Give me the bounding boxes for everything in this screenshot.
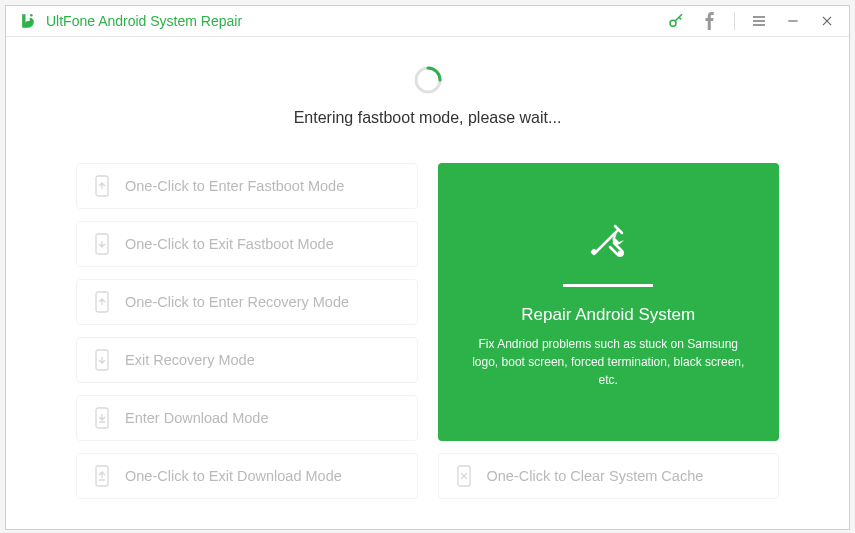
enter-fastboot-button: One-Click to Enter Fastboot Mode (76, 163, 418, 209)
titlebar: UltFone Android System Repair (6, 6, 849, 37)
tools-icon (584, 216, 632, 268)
main-content: Entering fastboot mode, please wait... O… (6, 37, 849, 529)
exit-download-button: One-Click to Exit Download Mode (76, 453, 418, 499)
phone-download-icon (93, 407, 111, 429)
app-logo-icon (18, 11, 38, 31)
svg-point-15 (619, 252, 621, 254)
minimize-icon[interactable] (783, 11, 803, 31)
exit-fastboot-button: One-Click to Exit Fastboot Mode (76, 221, 418, 267)
titlebar-right (666, 11, 837, 31)
phone-down-icon (93, 349, 111, 371)
phone-up-icon (93, 291, 111, 313)
enter-recovery-button: One-Click to Enter Recovery Mode (76, 279, 418, 325)
key-icon[interactable] (666, 11, 686, 31)
app-title: UltFone Android System Repair (46, 13, 242, 29)
spinner-icon (413, 65, 443, 95)
feature-description: Fix Andriod problems such as stuck on Sa… (468, 335, 750, 389)
option-label: Enter Download Mode (125, 410, 268, 426)
repair-system-button[interactable]: Repair Android System Fix Andriod proble… (438, 163, 780, 441)
options-grid: One-Click to Enter Fastboot Mode One-Cli… (76, 163, 779, 499)
phone-down-icon (93, 233, 111, 255)
close-icon[interactable] (817, 11, 837, 31)
app-window: UltFone Android System Repair (5, 5, 850, 530)
enter-download-button: Enter Download Mode (76, 395, 418, 441)
option-label: One-Click to Enter Fastboot Mode (125, 178, 344, 194)
loading-area: Entering fastboot mode, please wait... (76, 65, 779, 127)
option-label: Exit Recovery Mode (125, 352, 255, 368)
svg-point-0 (30, 14, 33, 16)
phone-up-icon (93, 175, 111, 197)
menu-icon[interactable] (749, 11, 769, 31)
svg-point-1 (670, 20, 676, 26)
titlebar-divider (734, 12, 735, 30)
option-label: One-Click to Exit Fastboot Mode (125, 236, 334, 252)
option-label: One-Click to Clear System Cache (487, 468, 704, 484)
facebook-icon[interactable] (700, 11, 720, 31)
phone-download-icon (93, 465, 111, 487)
phone-clear-icon (455, 465, 473, 487)
exit-recovery-button: Exit Recovery Mode (76, 337, 418, 383)
titlebar-left: UltFone Android System Repair (18, 11, 242, 31)
feature-divider (563, 284, 653, 287)
status-message: Entering fastboot mode, please wait... (294, 109, 562, 127)
feature-title: Repair Android System (521, 305, 695, 325)
clear-cache-button: One-Click to Clear System Cache (438, 453, 780, 499)
option-label: One-Click to Enter Recovery Mode (125, 294, 349, 310)
option-label: One-Click to Exit Download Mode (125, 468, 342, 484)
